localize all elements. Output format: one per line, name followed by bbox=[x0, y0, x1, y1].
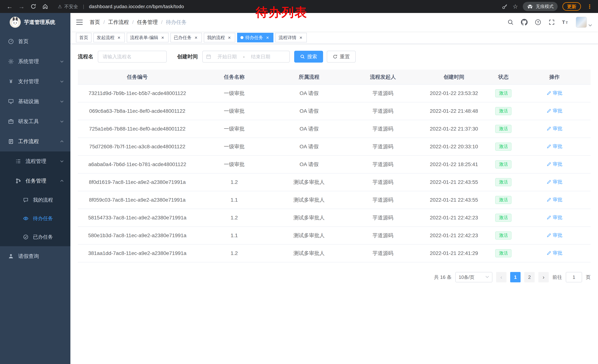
cell-initiator: 芋道源码 bbox=[346, 84, 419, 102]
reset-button-icon bbox=[333, 54, 338, 59]
forward-icon[interactable]: → bbox=[16, 1, 27, 12]
breadcrumb-task-management[interactable]: 任务管理 bbox=[137, 19, 158, 26]
reload-icon[interactable] bbox=[28, 1, 39, 12]
process-name-label: 流程名 bbox=[78, 53, 93, 60]
workflow-icon bbox=[8, 138, 14, 145]
cell-created-at: 2022-01-22 18:25:41 bbox=[419, 155, 489, 173]
create-time-label: 创建时间 bbox=[177, 53, 198, 60]
sidebar-item-done-tasks[interactable]: 已办任务 bbox=[0, 228, 70, 246]
page-size-select[interactable]: 10条/页 bbox=[455, 272, 492, 282]
cell-task-name: 1.2 bbox=[197, 173, 272, 191]
app-logo[interactable]: 芋道管理系统 bbox=[0, 13, 70, 32]
view-tab[interactable]: 流程详情 × bbox=[275, 33, 307, 42]
approve-link[interactable]: 审批 bbox=[547, 214, 562, 221]
approve-link[interactable]: 审批 bbox=[547, 232, 562, 238]
help-icon[interactable]: ? bbox=[535, 19, 541, 25]
sidebar-collapse-icon[interactable] bbox=[76, 18, 83, 26]
search-button[interactable]: 搜索 bbox=[294, 51, 323, 63]
menu-dots-icon[interactable]: ⋮ bbox=[586, 3, 594, 10]
status-badge: 激活 bbox=[495, 231, 512, 240]
approve-link[interactable]: 审批 bbox=[547, 143, 562, 150]
process-name-input[interactable] bbox=[98, 51, 167, 63]
cell-process: OA 请假 bbox=[272, 102, 346, 120]
status-badge: 激活 bbox=[495, 160, 512, 169]
breadcrumb-workflow[interactable]: 工作流程 bbox=[108, 19, 129, 26]
github-icon[interactable] bbox=[521, 19, 528, 25]
view-tab[interactable]: 流程表单-编辑 × bbox=[127, 33, 169, 42]
update-button[interactable]: 更新 bbox=[562, 2, 581, 11]
sidebar-item-workflow[interactable]: 工作流程 bbox=[0, 131, 70, 152]
page-size-value: 10条/页 bbox=[459, 274, 474, 280]
tab-close-icon[interactable]: × bbox=[116, 35, 122, 40]
sidebar-item-my-process[interactable]: 我的流程 bbox=[0, 191, 70, 209]
caret-down-icon bbox=[588, 24, 592, 27]
svg-text:?: ? bbox=[537, 20, 539, 24]
tab-close-icon[interactable]: × bbox=[298, 35, 303, 40]
incognito-label: 无痕模式 bbox=[536, 4, 554, 9]
task-icon bbox=[15, 178, 22, 184]
process-icon bbox=[15, 158, 22, 164]
date-range-picker[interactable]: - bbox=[202, 51, 290, 63]
approve-link[interactable]: 审批 bbox=[547, 179, 562, 185]
sidebar-item-todo-tasks[interactable]: 待办任务 bbox=[0, 209, 70, 228]
incognito-badge: 无痕模式 bbox=[523, 2, 558, 11]
tab-close-icon[interactable]: × bbox=[160, 35, 165, 40]
sidebar-item-devtools[interactable]: 研发工具 bbox=[0, 112, 70, 131]
approve-link[interactable]: 审批 bbox=[547, 250, 562, 256]
status-badge: 激活 bbox=[495, 196, 512, 204]
key-icon[interactable] bbox=[502, 4, 508, 9]
cell-process: OA 请假 bbox=[272, 155, 346, 173]
fullscreen-icon[interactable] bbox=[548, 19, 555, 25]
logo-avatar bbox=[10, 17, 21, 28]
font-size-icon[interactable]: TT bbox=[562, 19, 569, 25]
end-date-input[interactable] bbox=[246, 54, 275, 60]
start-date-input[interactable] bbox=[213, 54, 241, 60]
user-menu[interactable] bbox=[576, 17, 592, 28]
cell-created-at: 2022-01-22 20:33:10 bbox=[419, 138, 489, 155]
range-separator: - bbox=[243, 54, 245, 60]
reset-button[interactable]: 重置 bbox=[327, 51, 356, 63]
sidebar-item-infrastructure[interactable]: 基础设施 bbox=[0, 91, 70, 112]
prev-page-button[interactable]: ‹ bbox=[496, 272, 507, 282]
svg-text:T: T bbox=[566, 21, 568, 25]
tab-close-icon[interactable]: × bbox=[265, 35, 270, 40]
sidebar-item-leave-query[interactable]: 请假查询 bbox=[0, 246, 70, 266]
cell-task-id: 069c6a63-7b8a-11ec-8ef0-acde48001122 bbox=[78, 102, 197, 120]
breadcrumb-separator: / bbox=[103, 19, 105, 25]
done-icon bbox=[23, 234, 29, 240]
search-icon[interactable] bbox=[507, 19, 514, 25]
approve-link[interactable]: 审批 bbox=[547, 125, 562, 132]
sidebar-item-task-management[interactable]: 任务管理 bbox=[0, 171, 70, 191]
approve-link[interactable]: 审批 bbox=[547, 90, 562, 96]
goto-page-input[interactable] bbox=[566, 272, 582, 282]
page-button-2[interactable]: 2 bbox=[524, 272, 535, 282]
cell-task-name: 1.2 bbox=[197, 209, 272, 226]
star-icon[interactable]: ☆ bbox=[513, 3, 518, 10]
home-icon[interactable] bbox=[40, 1, 50, 12]
tab-close-icon[interactable]: × bbox=[227, 35, 232, 40]
address-bar[interactable]: ⚠ 不安全 | dashboard.yudao.iocoder.cn/bpm/t… bbox=[58, 4, 184, 10]
chevron-down-icon bbox=[60, 119, 64, 124]
sidebar-item-home[interactable]: 首页 bbox=[0, 32, 70, 51]
approve-link[interactable]: 审批 bbox=[547, 108, 562, 114]
view-tab[interactable]: 我的流程 × bbox=[204, 33, 235, 42]
table-row: 75d72608-7b7f-11ec-a3c8-acde48001122 一级审… bbox=[78, 138, 590, 155]
workflow-submenu: 流程管理 任务管理 我的流程 待办任务 bbox=[0, 152, 70, 246]
view-tab[interactable]: 待办任务 × bbox=[237, 33, 274, 42]
tab-close-icon[interactable]: × bbox=[193, 35, 199, 40]
page-button-1[interactable]: 1 bbox=[510, 272, 521, 282]
approve-link[interactable]: 审批 bbox=[547, 196, 562, 203]
approve-link[interactable]: 审批 bbox=[547, 161, 562, 167]
sidebar-item-payment[interactable]: ¥ 支付管理 bbox=[0, 72, 70, 91]
back-icon[interactable]: ← bbox=[4, 1, 15, 12]
sidebar-item-process-management[interactable]: 流程管理 bbox=[0, 152, 70, 171]
breadcrumb-home[interactable]: 首页 bbox=[90, 19, 100, 26]
table-header-row: 任务编号 任务名称 所属流程 流程发起人 创建时间 状态 操作 bbox=[78, 70, 590, 84]
next-page-button[interactable]: › bbox=[538, 272, 549, 282]
cell-initiator: 芋道源码 bbox=[346, 102, 419, 120]
view-tab[interactable]: 已办任务 × bbox=[170, 33, 202, 42]
view-tab[interactable]: 首页 bbox=[76, 33, 91, 42]
view-tab[interactable]: 发起流程 × bbox=[93, 33, 125, 42]
sidebar-item-system[interactable]: 系统管理 bbox=[0, 51, 70, 72]
edit-icon bbox=[547, 251, 551, 256]
